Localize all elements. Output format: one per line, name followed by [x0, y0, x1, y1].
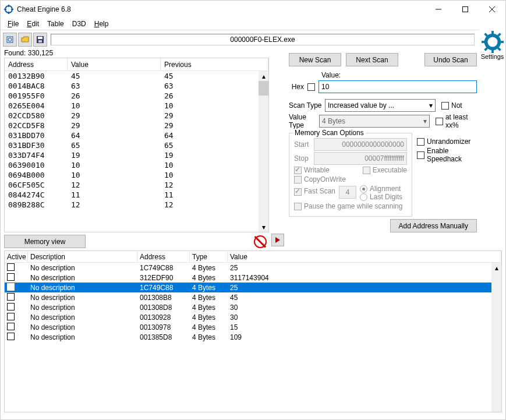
scan-type-select[interactable]: Increased value by ...▾	[325, 99, 436, 112]
results-row[interactable]: 033D74F41919	[5, 150, 268, 160]
writable-checkbox[interactable]	[294, 167, 302, 174]
results-grid[interactable]: Address Value Previous 00132B9045450014B…	[4, 58, 269, 232]
svg-rect-1	[8, 5, 9, 7]
sidebar-logo: Settings	[479, 30, 505, 248]
col-description[interactable]: Description	[28, 251, 137, 262]
results-row[interactable]: 031BDF306565	[5, 140, 268, 150]
results-row[interactable]: 0014BAC86363	[5, 81, 268, 91]
open-file-button[interactable]	[18, 33, 32, 47]
undo-scan-button[interactable]: Undo Scan	[424, 53, 477, 66]
active-checkbox[interactable]	[7, 333, 15, 340]
start-input[interactable]	[314, 138, 407, 151]
svg-rect-3	[4, 9, 6, 10]
hex-checkbox[interactable]	[307, 83, 315, 91]
col-type[interactable]: Type	[190, 251, 228, 262]
minimize-button[interactable]	[425, 1, 452, 18]
value-input[interactable]	[319, 80, 477, 93]
results-row[interactable]: 089B288C1212	[5, 200, 268, 210]
col-address[interactable]: Address	[5, 58, 68, 70]
value-type-select[interactable]: 4 Bytes▾	[319, 115, 430, 128]
scroll-up-icon[interactable]: ▴	[491, 263, 501, 273]
svg-rect-16	[491, 48, 494, 53]
scroll-up-icon[interactable]: ▴	[259, 71, 268, 81]
active-checkbox[interactable]	[7, 323, 15, 330]
results-row[interactable]: 0265E0041010	[5, 101, 268, 111]
results-row[interactable]: 001955F02626	[5, 91, 268, 101]
col-value2[interactable]: Value	[228, 251, 501, 262]
app-icon	[4, 5, 13, 14]
menu-help[interactable]: Help	[91, 19, 112, 29]
clear-list-icon[interactable]	[254, 235, 267, 248]
close-button[interactable]	[479, 1, 505, 18]
address-row[interactable]: No description001385D84 Bytes109	[5, 332, 501, 342]
active-checkbox[interactable]	[7, 283, 15, 291]
start-label: Start	[294, 140, 314, 149]
address-row[interactable]: No description001308B84 Bytes45	[5, 292, 501, 302]
address-row[interactable]: No description001309784 Bytes15	[5, 322, 501, 332]
unrandomizer-checkbox[interactable]	[417, 138, 424, 146]
speedhack-checkbox[interactable]	[417, 151, 424, 159]
address-row[interactable]: No description312EDF904 Bytes3117143904	[5, 273, 501, 283]
address-row[interactable]: No description001309284 Bytes30	[5, 312, 501, 322]
results-row[interactable]: 0694B0001010	[5, 170, 268, 180]
new-scan-button[interactable]: New Scan	[289, 53, 341, 66]
active-checkbox[interactable]	[7, 293, 15, 301]
col-previous[interactable]: Previous	[161, 58, 268, 70]
settings-label[interactable]: Settings	[481, 53, 504, 60]
executable-checkbox[interactable]	[363, 167, 370, 174]
cow-checkbox[interactable]	[294, 176, 302, 183]
pause-checkbox[interactable]	[294, 203, 302, 210]
scroll-down-icon[interactable]: ▾	[259, 222, 268, 232]
menu-bar: File Edit Table D3D Help	[1, 18, 505, 30]
toolbar: 000000F0-ELEX.exe	[1, 30, 479, 48]
menu-file[interactable]: File	[4, 19, 22, 29]
stop-input[interactable]	[314, 152, 407, 165]
active-checkbox[interactable]	[7, 273, 15, 281]
results-row[interactable]: 02CCD5F82929	[5, 121, 268, 130]
col-value[interactable]: Value	[68, 58, 161, 70]
col-address2[interactable]: Address	[137, 251, 190, 262]
active-checkbox[interactable]	[7, 303, 15, 310]
atleast-checkbox[interactable]	[436, 118, 443, 125]
not-checkbox[interactable]	[441, 102, 449, 110]
menu-edit[interactable]: Edit	[23, 19, 43, 29]
svg-rect-6	[463, 7, 468, 12]
next-scan-button[interactable]: Next Scan	[346, 53, 398, 66]
menu-table[interactable]: Table	[44, 19, 68, 29]
results-row[interactable]: 00132B904545	[5, 71, 268, 81]
memory-view-button[interactable]: Memory view	[4, 235, 86, 248]
alignment-radio[interactable]	[360, 185, 367, 193]
results-row[interactable]: 02CCD5802929	[5, 111, 268, 121]
address-row[interactable]: No description1C749C884 Bytes25	[5, 263, 501, 273]
found-count: 330,125	[28, 49, 53, 57]
lastdigits-radio[interactable]	[360, 193, 367, 201]
active-checkbox[interactable]	[7, 263, 15, 271]
address-row[interactable]: No description001308D84 Bytes30	[5, 302, 501, 312]
address-row[interactable]: No description1C749C884 Bytes25	[5, 283, 501, 292]
gear-icon[interactable]	[482, 31, 504, 53]
svg-rect-15	[491, 31, 494, 36]
svg-point-14	[486, 36, 499, 49]
fastscan-checkbox[interactable]	[294, 188, 302, 196]
address-list[interactable]: Active Description Address Type Value No…	[4, 250, 502, 412]
process-name: 000000F0-ELEX.exe	[51, 34, 475, 45]
menu-d3d[interactable]: D3D	[69, 19, 90, 29]
active-checkbox[interactable]	[7, 313, 15, 320]
results-row[interactable]: 031BDD706464	[5, 130, 268, 140]
open-process-button[interactable]	[3, 33, 17, 47]
scan-type-label: Scan Type	[289, 101, 325, 110]
results-row[interactable]: 0844274C1111	[5, 190, 268, 200]
results-row[interactable]: 063900101010	[5, 160, 268, 170]
save-button[interactable]	[33, 33, 47, 47]
address-list-scrollbar[interactable]: ▴	[491, 263, 501, 412]
add-address-manually-button[interactable]: Add Address Manually	[390, 219, 477, 232]
fastscan-value[interactable]	[339, 186, 356, 199]
results-row[interactable]: 06CF505C1212	[5, 180, 268, 190]
svg-point-10	[8, 38, 12, 41]
add-to-list-button[interactable]	[271, 234, 284, 246]
col-active[interactable]: Active	[5, 251, 28, 262]
maximize-button[interactable]	[452, 1, 479, 18]
scroll-thumb[interactable]	[259, 81, 268, 96]
svg-rect-17	[482, 41, 486, 43]
results-scrollbar[interactable]: ▴ ▾	[259, 71, 268, 232]
